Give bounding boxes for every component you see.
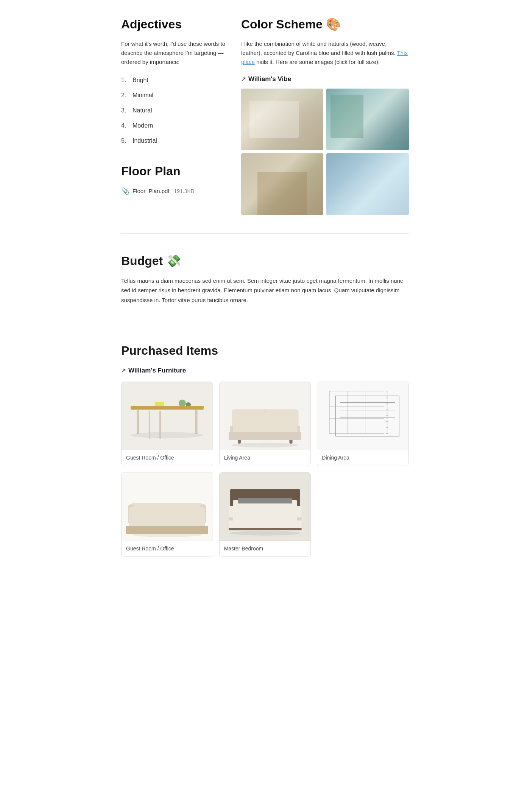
vibe-image-1[interactable] [241,89,324,150]
list-num: 4. [121,121,129,130]
adjectives-description: For what it's worth, I'd use these words… [121,39,226,67]
vibe-heading: ↗ William's Vibe [241,74,409,84]
furniture-grid-row1: Guest Room / Office [121,382,409,466]
svg-rect-2 [137,410,139,434]
svg-rect-34 [131,517,204,527]
purchased-items-title: Purchased Items [121,341,409,360]
svg-rect-4 [155,402,164,407]
desk-svg [122,382,213,450]
list-item: 3. Natural [121,103,226,118]
palette-emoji: 🎨 [326,17,341,31]
svg-rect-33 [200,505,206,524]
left-column: Adjectives For what it's worth, I'd use … [121,15,226,215]
list-item: 2. Minimal [121,88,226,103]
furniture-image-3 [122,472,213,541]
list-item: 1. Bright [121,73,226,88]
furniture-card-3[interactable]: Guest Room / Office [121,472,213,557]
adjectives-title: Adjectives [121,15,226,33]
floor-plan-title: Floor Plan [121,162,226,180]
bed-svg [220,472,311,541]
furniture-card-4[interactable]: Master Bedroom [219,472,311,557]
svg-rect-12 [289,438,292,444]
furniture-card-label-0: Guest Room / Office [122,450,213,466]
furniture-image-1 [220,382,311,450]
svg-rect-15 [317,382,408,450]
arrow-icon-furniture: ↗ [121,366,126,375]
svg-rect-43 [229,528,302,530]
furniture-card-label-3: Guest Room / Office [122,541,213,556]
svg-rect-31 [131,503,204,520]
budget-title: Budget 💸 [121,252,409,270]
svg-rect-11 [238,438,241,444]
svg-rect-30 [122,472,213,541]
svg-rect-35 [137,526,140,533]
furniture-card-1[interactable]: Living Area [219,382,311,466]
furniture-image-0 [122,382,213,450]
svg-rect-32 [128,505,134,524]
furniture-card-2[interactable]: Dining Area [317,382,409,466]
list-label: Bright [132,76,148,85]
attachment-icon: 📎 [121,186,129,196]
svg-point-7 [131,432,204,438]
list-num: 3. [121,106,129,115]
furniture-card-0[interactable]: Guest Room / Office [121,382,213,466]
list-label: Minimal [132,91,153,100]
floor-plan-filename: Floor_Plan.pdf [132,187,170,196]
budget-section: Budget 💸 Tellus mauris a diam maecenas s… [121,252,409,305]
sofa-svg [220,382,311,450]
svg-rect-10 [230,426,300,438]
furniture-image-2 [317,382,408,450]
furniture-card-label-4: Master Bedroom [220,541,311,556]
section-divider-1 [121,233,409,234]
svg-rect-40 [229,506,302,529]
section-divider-2 [121,323,409,323]
adjectives-list: 1. Bright 2. Minimal 3. Natural 4. Moder… [121,73,226,148]
floor-plan-section: Floor Plan 📎 Floor_Plan.pdf 191.3KB [121,162,226,196]
list-label: Industrial [132,136,157,145]
blueprint-svg [317,382,408,450]
money-emoji: 💸 [166,254,181,268]
purchased-section: Purchased Items ↗ William's Furniture [121,341,409,557]
budget-description: Tellus mauris a diam maecenas sed enim u… [121,276,409,305]
furniture-grid-row2: Guest Room / Office [121,472,409,557]
svg-rect-16 [329,391,384,433]
page-container: Adjectives For what it's worth, I'd use … [98,0,432,572]
list-item: 4. Modern [121,118,226,133]
furniture-card-label-1: Living Area [220,450,311,466]
svg-rect-36 [194,526,198,533]
right-column: Color Scheme 🎨 I like the combination of… [241,15,409,215]
floor-plan-attachment[interactable]: 📎 Floor_Plan.pdf 191.3KB [121,186,226,196]
svg-rect-42 [229,517,302,521]
list-item: 5. Industrial [121,133,226,148]
svg-rect-0 [122,382,213,450]
color-scheme-title: Color Scheme 🎨 [241,15,409,33]
svg-point-14 [232,443,298,447]
arrow-icon: ↗ [241,75,246,84]
top-section: Adjectives For what it's worth, I'd use … [121,15,409,215]
list-num: 5. [121,136,129,145]
svg-rect-1 [131,406,204,410]
svg-point-44 [230,531,300,536]
furniture-heading: ↗ William's Furniture [121,366,409,376]
vibe-label: William's Vibe [248,74,291,84]
svg-rect-3 [195,410,197,434]
svg-point-37 [132,532,202,537]
furniture-card-empty [317,472,409,557]
list-num: 2. [121,91,129,100]
loveseat-svg [122,472,213,541]
floor-plan-size: 191.3KB [174,187,195,195]
vibe-images-grid [241,89,409,215]
vibe-image-2[interactable] [326,89,409,150]
list-num: 1. [121,76,129,85]
color-scheme-description: I like the combination of white and natu… [241,39,409,67]
furniture-image-4 [220,472,311,541]
furniture-card-label-2: Dining Area [317,450,408,466]
vibe-image-4[interactable] [326,153,409,215]
svg-rect-41 [235,508,291,517]
svg-point-6 [186,402,191,407]
furniture-label: William's Furniture [128,366,186,376]
list-label: Natural [132,106,152,115]
list-label: Modern [132,121,153,130]
vibe-image-3[interactable] [241,153,324,215]
svg-rect-39 [230,489,300,507]
